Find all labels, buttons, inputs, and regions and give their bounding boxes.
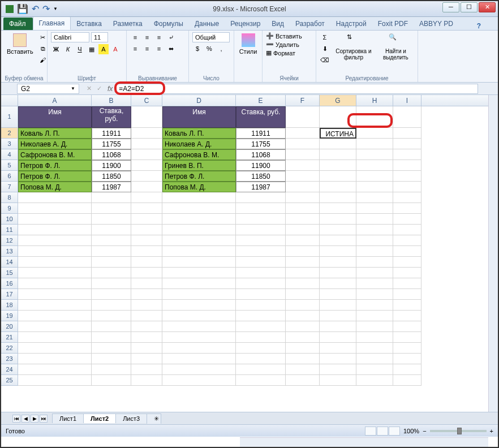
- cell-A4[interactable]: Сафронова В. М.: [18, 149, 92, 160]
- cell-B2[interactable]: 11911: [92, 128, 131, 139]
- sheet-tab-2[interactable]: Лист2: [83, 413, 116, 423]
- cell-F12[interactable]: [286, 235, 320, 246]
- cut-icon[interactable]: ✂: [38, 32, 48, 42]
- cell-H16[interactable]: [356, 278, 393, 289]
- col-header-A[interactable]: A: [18, 95, 92, 106]
- cell-B21[interactable]: [92, 332, 131, 343]
- cell-H7[interactable]: [356, 182, 393, 192]
- cell-F23[interactable]: [286, 354, 320, 364]
- cell-E23[interactable]: [236, 354, 286, 364]
- cell-A16[interactable]: [18, 278, 92, 289]
- row-header-6[interactable]: 6: [1, 171, 18, 182]
- cell-A8[interactable]: [18, 192, 92, 203]
- cell-A19[interactable]: [18, 311, 92, 321]
- cell-B24[interactable]: [92, 364, 131, 375]
- col-header-G[interactable]: G: [320, 95, 356, 106]
- cell-F15[interactable]: [286, 268, 320, 278]
- cell-D24[interactable]: [162, 364, 236, 375]
- cell-D21[interactable]: [162, 332, 236, 343]
- col-header-C[interactable]: C: [131, 95, 162, 106]
- cell-H21[interactable]: [356, 332, 393, 343]
- cell-D12[interactable]: [162, 235, 236, 246]
- cell-F17[interactable]: [286, 289, 320, 300]
- cell-C13[interactable]: [131, 246, 162, 257]
- view-pagebreak-button[interactable]: [389, 427, 400, 436]
- zoom-slider[interactable]: [430, 430, 487, 432]
- spreadsheet-grid[interactable]: ABCDEFGHI 1ИмяСтавка, руб.ИмяСтавка, руб…: [1, 95, 498, 412]
- sheet-tab-3[interactable]: Лист3: [115, 413, 147, 423]
- cell-F5[interactable]: [286, 160, 320, 171]
- cell-A2[interactable]: Коваль Л. П.: [18, 128, 92, 139]
- cell-G10[interactable]: [320, 214, 356, 225]
- cell-G4[interactable]: [320, 149, 356, 160]
- cell-I18[interactable]: [393, 300, 421, 311]
- tab-review[interactable]: Рецензир: [225, 18, 266, 30]
- cell-B12[interactable]: [92, 235, 131, 246]
- help-icon[interactable]: ?: [477, 22, 481, 30]
- vertical-scrollbar[interactable]: [488, 95, 498, 412]
- cell-C2[interactable]: [131, 128, 162, 139]
- cell-H10[interactable]: [356, 214, 393, 225]
- cell-C8[interactable]: [131, 192, 162, 203]
- qat-redo-icon[interactable]: ↷: [42, 3, 50, 14]
- cell-H12[interactable]: [356, 235, 393, 246]
- cell-H14[interactable]: [356, 257, 393, 268]
- cell-E5[interactable]: 11900: [236, 160, 286, 171]
- col-header-H[interactable]: H: [356, 95, 393, 106]
- cell-D8[interactable]: [162, 192, 236, 203]
- cell-H2[interactable]: [356, 128, 393, 139]
- cell-I16[interactable]: [393, 278, 421, 289]
- row-header-1[interactable]: 1: [1, 106, 18, 128]
- cell-F2[interactable]: [286, 128, 320, 139]
- cell-I4[interactable]: [393, 149, 421, 160]
- cell-G1[interactable]: [320, 106, 356, 128]
- cell-G24[interactable]: [320, 364, 356, 375]
- currency-icon[interactable]: $: [192, 44, 203, 54]
- cell-I21[interactable]: [393, 332, 421, 343]
- cell-F9[interactable]: [286, 203, 320, 214]
- cell-B16[interactable]: [92, 278, 131, 289]
- cells-format-button[interactable]: ▦Формат: [266, 49, 295, 57]
- cell-E3[interactable]: 11755: [236, 139, 286, 149]
- cell-G9[interactable]: [320, 203, 356, 214]
- row-header-7[interactable]: 7: [1, 182, 18, 192]
- bold-button[interactable]: Ж: [51, 44, 61, 54]
- cell-D20[interactable]: [162, 321, 236, 332]
- cell-B4[interactable]: 11068: [92, 149, 131, 160]
- cell-C16[interactable]: [131, 278, 162, 289]
- cell-H19[interactable]: [356, 311, 393, 321]
- cell-E9[interactable]: [236, 203, 286, 214]
- fill-color-button[interactable]: A: [98, 44, 109, 54]
- cell-I22[interactable]: [393, 343, 421, 354]
- cell-F8[interactable]: [286, 192, 320, 203]
- number-format-select[interactable]: [192, 32, 230, 42]
- view-normal-button[interactable]: [365, 427, 376, 436]
- cell-C9[interactable]: [131, 203, 162, 214]
- cell-D14[interactable]: [162, 257, 236, 268]
- cell-C18[interactable]: [131, 300, 162, 311]
- cell-F20[interactable]: [286, 321, 320, 332]
- cell-C15[interactable]: [131, 268, 162, 278]
- cell-C6[interactable]: [131, 171, 162, 182]
- row-header-21[interactable]: 21: [1, 332, 18, 343]
- cell-A13[interactable]: [18, 246, 92, 257]
- col-header-F[interactable]: F: [286, 95, 320, 106]
- tab-home[interactable]: Главная: [33, 16, 71, 30]
- horizontal-scrollbar[interactable]: [240, 437, 488, 447]
- row-header-23[interactable]: 23: [1, 354, 18, 364]
- col-header-I[interactable]: I: [393, 95, 421, 106]
- cell-B18[interactable]: [92, 300, 131, 311]
- row-header-3[interactable]: 3: [1, 139, 18, 149]
- cell-G2[interactable]: ИСТИНА: [320, 128, 356, 139]
- cell-A1[interactable]: Имя: [18, 106, 92, 128]
- cell-I2[interactable]: [393, 128, 421, 139]
- qat-undo-icon[interactable]: ↶: [32, 3, 39, 14]
- cell-I8[interactable]: [393, 192, 421, 203]
- cell-G6[interactable]: [320, 171, 356, 182]
- font-size-select[interactable]: [91, 32, 108, 42]
- cell-F21[interactable]: [286, 332, 320, 343]
- cell-G22[interactable]: [320, 343, 356, 354]
- cell-F11[interactable]: [286, 225, 320, 235]
- cell-I1[interactable]: [393, 106, 421, 128]
- cell-E22[interactable]: [236, 343, 286, 354]
